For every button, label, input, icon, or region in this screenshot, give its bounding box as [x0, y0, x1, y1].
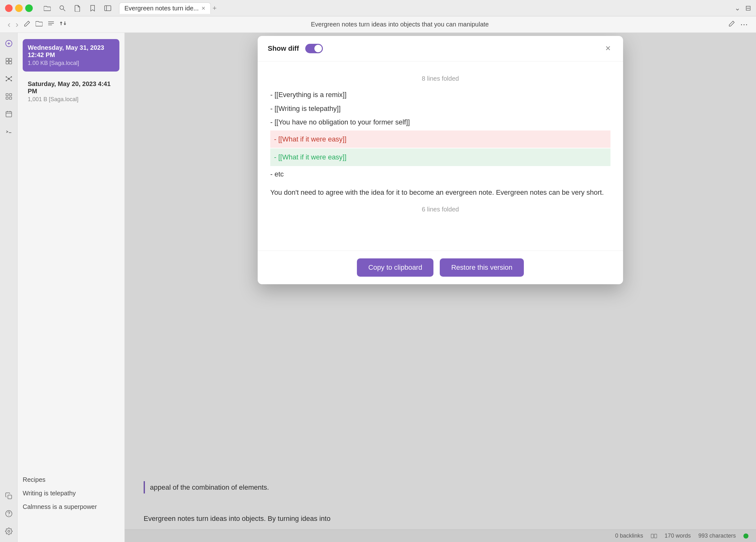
sort-icon[interactable]	[60, 20, 66, 29]
svg-rect-11	[9, 61, 12, 64]
svg-rect-9	[9, 58, 12, 61]
svg-rect-30	[8, 495, 12, 499]
diff-context-lines: - [[Everything is a remix]] - [[Writing …	[270, 88, 610, 129]
svg-rect-25	[6, 111, 12, 117]
svg-rect-8	[6, 58, 9, 61]
history-item-1-meta: 1.00 KB [Saga.local]	[28, 60, 114, 66]
svg-rect-23	[6, 97, 8, 99]
bookmark-icon[interactable]	[88, 4, 97, 13]
sidebar-icon[interactable]	[103, 4, 112, 13]
titlebar-icons	[43, 4, 112, 13]
diff-line-1: - [[Everything is a remix]]	[270, 88, 610, 102]
edit-icon[interactable]	[24, 20, 31, 29]
history-panel: Wednesday, May 31, 2023 12:42 PM 1.00 KB…	[18, 33, 125, 542]
diff-change-block: - [[What if it were easy]] - [[What if i…	[270, 130, 610, 166]
toolbar-title: Evergreen notes turn ideas into objects …	[77, 21, 723, 28]
svg-point-0	[60, 6, 64, 9]
left-sidebar	[0, 33, 18, 542]
lines-folded-bottom: 6 lines folded	[270, 203, 610, 215]
folder-icon[interactable]	[43, 4, 52, 13]
lines-folded-top: 8 lines folded	[270, 73, 610, 84]
sidebar-item-calendar[interactable]	[3, 108, 14, 120]
toolbar: ‹ › Evergreen notes turn ideas into obje…	[0, 16, 756, 33]
svg-rect-2	[105, 6, 111, 11]
sidebar-item-nav[interactable]	[3, 38, 14, 49]
restore-version-button[interactable]: Restore this version	[440, 258, 524, 277]
forward-button[interactable]: ›	[15, 20, 18, 30]
sidebar-item-help[interactable]	[3, 508, 14, 519]
sidebar-note-recipes[interactable]: Recipes	[18, 473, 125, 487]
history-item-1-date: Wednesday, May 31, 2023 12:42 PM	[28, 44, 114, 59]
sidebar-item-settings[interactable]	[3, 526, 14, 537]
history-item-1[interactable]: Wednesday, May 31, 2023 12:42 PM 1.00 KB…	[23, 39, 119, 71]
page-title: Evergreen notes turn ideas into objects …	[311, 21, 489, 28]
minimize-button[interactable]	[15, 4, 23, 12]
close-button[interactable]	[5, 4, 13, 12]
titlebar: Evergreen notes turn ide... ✕ + ⌄ ⊟	[0, 0, 756, 16]
sidebar-item-terminal[interactable]	[3, 126, 14, 137]
titlebar-right: ⌄ ⊟	[735, 4, 751, 12]
toolbar-nav: ‹ ›	[8, 20, 19, 30]
diff-etc-line: - etc	[270, 167, 610, 181]
sidebar-note-items: Recipes Writing is telepathy Calmness is…	[18, 473, 125, 514]
svg-point-32	[9, 515, 9, 516]
sidebar-item-graph[interactable]	[3, 73, 14, 84]
fullscreen-button[interactable]	[25, 4, 33, 12]
modal-body-text: You don't need to agree with the idea fo…	[270, 186, 610, 199]
file-icon[interactable]	[73, 4, 82, 13]
diff-line-2: - [[Writing is telepathy]]	[270, 102, 610, 116]
modal-overlay: Show diff ✕ 8 lines folded - [[Everythin…	[125, 33, 756, 542]
svg-rect-24	[9, 97, 12, 99]
version-history-modal: Show diff ✕ 8 lines folded - [[Everythin…	[258, 36, 623, 284]
sidebar-note-telepathy[interactable]: Writing is telepathy	[18, 487, 125, 500]
svg-rect-10	[6, 61, 9, 64]
modal-footer: Copy to clipboard Restore this version	[258, 250, 623, 284]
diff-added-line: - [[What if it were easy]]	[270, 148, 610, 166]
show-diff-label: Show diff	[268, 44, 299, 53]
modal-body: 8 lines folded - [[Everything is a remix…	[258, 61, 623, 250]
sidebar-item-grid[interactable]	[3, 91, 14, 102]
toolbar-actions	[24, 20, 66, 29]
traffic-lights	[5, 4, 33, 12]
tab-bar: Evergreen notes turn ide... ✕ +	[119, 3, 731, 14]
toolbar-right: ⋯	[728, 20, 748, 29]
diff-line-3: - [[You have no obligation to your forme…	[270, 115, 610, 129]
svg-line-18	[9, 77, 11, 79]
toolbar-edit-icon[interactable]	[728, 20, 735, 29]
list-icon[interactable]	[48, 20, 54, 29]
back-button[interactable]: ‹	[8, 20, 10, 30]
history-item-2[interactable]: Saturday, May 20, 2023 4:41 PM 1,001 B […	[23, 75, 119, 108]
sidebar-item-search[interactable]	[3, 55, 14, 67]
chevron-down-icon[interactable]: ⌄	[735, 4, 740, 12]
modal-close-button[interactable]: ✕	[603, 43, 613, 54]
search-title-icon[interactable]	[58, 4, 67, 13]
history-item-2-date: Saturday, May 20, 2023 4:41 PM	[28, 80, 114, 95]
modal-header: Show diff ✕	[258, 36, 623, 61]
active-tab[interactable]: Evergreen notes turn ide... ✕	[119, 3, 211, 14]
right-content: appeal of the combination of elements. E…	[125, 33, 756, 542]
svg-line-1	[63, 9, 65, 11]
sidebar-item-copy[interactable]	[3, 490, 14, 502]
svg-point-33	[8, 530, 10, 532]
folder-action-icon[interactable]	[36, 20, 43, 29]
svg-rect-21	[6, 94, 8, 96]
split-view-icon[interactable]: ⊟	[745, 4, 751, 12]
new-tab-button[interactable]: +	[213, 4, 217, 12]
tab-close-button[interactable]: ✕	[201, 5, 205, 11]
svg-line-17	[6, 77, 9, 79]
diff-removed-line: - [[What if it were easy]]	[270, 130, 610, 148]
app-layout: Wednesday, May 31, 2023 12:42 PM 1.00 KB…	[0, 33, 756, 542]
svg-line-20	[9, 79, 11, 81]
more-options-icon[interactable]: ⋯	[740, 20, 748, 29]
history-item-2-meta: 1,001 B [Saga.local]	[28, 96, 114, 103]
copy-to-clipboard-button[interactable]: Copy to clipboard	[357, 258, 433, 277]
tab-label: Evergreen notes turn ide...	[124, 5, 199, 12]
sidebar-note-calmness[interactable]: Calmness is a superpower	[18, 500, 125, 514]
svg-rect-22	[9, 94, 12, 96]
show-diff-toggle[interactable]	[305, 44, 323, 53]
toggle-knob	[314, 45, 322, 52]
svg-line-19	[6, 79, 9, 81]
